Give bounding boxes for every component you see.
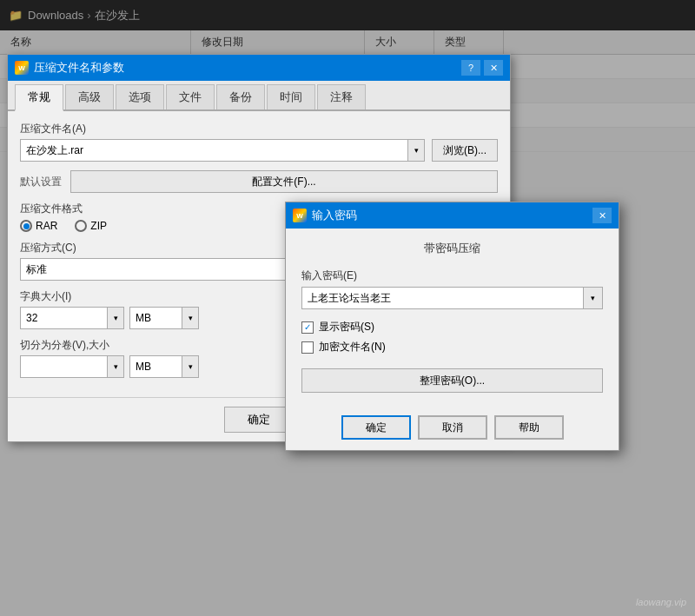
split-unit-input[interactable] (129, 355, 182, 378)
split-value-input[interactable] (20, 355, 107, 378)
encrypt-name-checkbox-row[interactable]: 加密文件名(N) (301, 340, 603, 354)
pwd-cancel-button[interactable]: 取消 (418, 415, 487, 440)
pwd-input-label: 输入密码(E) (301, 268, 603, 283)
tab-comment[interactable]: 注释 (317, 84, 366, 109)
show-password-checkbox[interactable]: ✓ (301, 321, 314, 334)
browse-button[interactable]: 浏览(B)... (432, 139, 498, 162)
archive-close-button[interactable]: ✕ (484, 60, 503, 76)
pwd-winrar-icon: W (293, 209, 307, 222)
archive-dialog-titlebar: W 压缩文件名和参数 ? ✕ (8, 55, 510, 81)
pwd-dialog-body: 带密码压缩 输入密码(E) ▾ ✓ 显示密码(S) 加密文件名(N) 整理密码(… (286, 229, 619, 408)
archive-name-label: 压缩文件名(A) (20, 122, 425, 136)
tab-options[interactable]: 选项 (116, 84, 164, 109)
split-unit-wrapper: ▾ (129, 355, 199, 378)
split-value-wrapper: ▾ (20, 355, 124, 378)
tab-time[interactable]: 时间 (267, 84, 315, 109)
rar-radio-circle (20, 220, 32, 232)
show-password-checkbox-row[interactable]: ✓ 显示密码(S) (301, 320, 603, 334)
rar-label: RAR (36, 220, 57, 232)
dict-dropdown-arrow[interactable]: ▾ (107, 307, 124, 329)
archive-name-input[interactable] (20, 139, 407, 162)
pwd-dialog-bottom: 确定 取消 帮助 (286, 408, 619, 450)
pwd-close-button[interactable]: ✕ (592, 208, 612, 223)
dialog-controls: ? ✕ (461, 60, 503, 76)
dict-unit-wrapper: ▾ (129, 307, 199, 329)
archive-name-row: 压缩文件名(A) ▾ 浏览(B)... (20, 122, 498, 162)
pwd-dialog-controls: ✕ (592, 208, 612, 223)
show-password-label: 显示密码(S) (319, 320, 374, 334)
winrar-icon: W (15, 61, 29, 75)
archive-name-input-wrapper: ▾ (20, 139, 425, 162)
config-button[interactable]: 配置文件(F)... (70, 170, 498, 193)
format-zip-option[interactable]: ZIP (75, 220, 107, 232)
pwd-dialog-title: 输入密码 (312, 208, 357, 223)
archive-help-button[interactable]: ? (461, 60, 480, 76)
pwd-dialog-titlebar: W 输入密码 ✕ (286, 202, 619, 229)
encrypt-name-label: 加密文件名(N) (319, 340, 386, 354)
archive-dialog-title: 压缩文件名和参数 (34, 60, 124, 76)
pwd-titlebar-left: W 输入密码 (293, 208, 357, 223)
defaults-section: 默认设置 配置文件(F)... (20, 170, 498, 193)
pwd-help-button[interactable]: 帮助 (494, 415, 564, 440)
watermark: laowang.vip (636, 597, 686, 607)
tab-advanced[interactable]: 高级 (65, 84, 114, 109)
password-input[interactable] (301, 287, 584, 309)
pwd-heading: 带密码压缩 (301, 241, 603, 256)
password-dialog: W 输入密码 ✕ 带密码压缩 输入密码(E) ▾ ✓ 显示密码(S) 加密文件名… (285, 202, 619, 451)
zip-label: ZIP (90, 220, 107, 232)
zip-radio-circle (75, 220, 87, 232)
format-rar-option[interactable]: RAR (20, 220, 57, 232)
encrypt-name-checkbox[interactable] (301, 341, 314, 354)
archive-name-dropdown-arrow[interactable]: ▾ (407, 139, 425, 162)
dict-value-input[interactable] (20, 307, 107, 329)
archive-dialog-tabs: 常规 高级 选项 文件 备份 时间 注释 (8, 81, 510, 111)
dict-unit-dropdown-arrow[interactable]: ▾ (182, 307, 199, 329)
tab-general[interactable]: 常规 (15, 84, 63, 111)
tab-files[interactable]: 文件 (166, 84, 215, 109)
split-dropdown-arrow[interactable]: ▾ (107, 355, 124, 378)
split-unit-dropdown-arrow[interactable]: ▾ (182, 355, 199, 378)
titlebar-left: W 压缩文件名和参数 (15, 60, 124, 76)
defaults-label: 默认设置 (20, 175, 62, 189)
pwd-input-row: ▾ (301, 287, 603, 309)
archive-ok-button[interactable]: 确定 (224, 407, 294, 433)
dict-unit-input[interactable] (129, 307, 182, 329)
pwd-ok-button[interactable]: 确定 (341, 415, 411, 440)
dict-value-wrapper: ▾ (20, 307, 124, 329)
manage-passwords-button[interactable]: 整理密码(O)... (301, 368, 603, 393)
archive-name-section: 压缩文件名(A) ▾ (20, 122, 425, 162)
pwd-dropdown-arrow[interactable]: ▾ (584, 287, 603, 309)
tab-backup[interactable]: 备份 (216, 84, 265, 109)
